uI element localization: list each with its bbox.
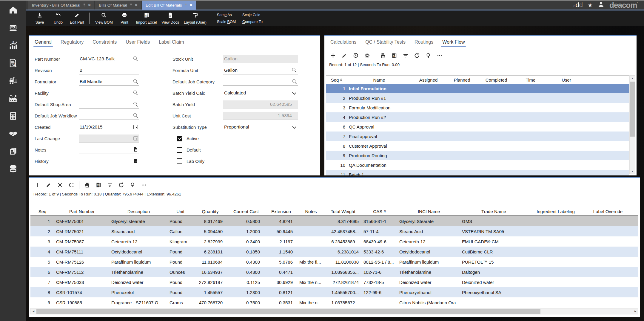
workflow-row[interactable]: 8 Customer Approval <box>326 141 629 151</box>
window-tab[interactable]: Bills Of Material ✖ <box>95 1 141 10</box>
checkbox-row[interactable]: Active <box>177 133 204 144</box>
field-input[interactable]: Calculated <box>223 89 298 97</box>
field-input[interactable] <box>79 89 139 97</box>
workflow-row[interactable]: 11 Batch 1 <box>326 170 629 175</box>
column-header-user[interactable]: User <box>547 76 586 84</box>
column-header-description[interactable]: Description <box>110 207 168 215</box>
lightbulb-icon[interactable] <box>424 52 433 59</box>
field-input[interactable] <box>79 146 139 154</box>
layout-user-button[interactable]: Layout (User) <box>181 10 209 26</box>
bom-row[interactable]: 1 CM-RM75001 Glyceryl stearate Pound 8.3… <box>30 216 638 226</box>
forklift-icon[interactable] <box>8 76 18 86</box>
close-icon[interactable]: ✖ <box>88 3 91 7</box>
field-input[interactable]: CM-VC-123-Bulk <box>79 55 139 63</box>
edit-part-button[interactable]: Edit Part <box>67 10 87 26</box>
workflow-tab[interactable]: Calculations <box>330 39 356 49</box>
field-icon[interactable] <box>133 124 138 129</box>
workflow-tab[interactable]: Routings <box>415 39 433 49</box>
user-icon[interactable] <box>597 1 605 9</box>
checkbox[interactable] <box>177 136 182 141</box>
bom-row[interactable]: 3 CM-RM75087 Ceteareth-12 Kilogram 2.827… <box>30 236 638 247</box>
close-icon[interactable]: ✖ <box>135 3 138 7</box>
column-header-quantity[interactable]: Quantity <box>193 207 227 215</box>
field-input[interactable]: 2 <box>79 66 139 74</box>
column-header-unit[interactable]: Unit <box>168 207 193 215</box>
pin-icon[interactable] <box>83 3 86 7</box>
field-input[interactable] <box>79 112 139 120</box>
field-input[interactable]: Bill Mandle <box>79 78 139 86</box>
column-header-seq[interactable]: Seq <box>30 207 54 215</box>
save-button[interactable]: Save <box>30 10 49 26</box>
add-icon[interactable] <box>329 52 338 59</box>
pencil-icon[interactable] <box>340 52 349 59</box>
field-icon[interactable] <box>292 56 297 61</box>
undo-button[interactable]: Undo <box>49 10 67 26</box>
view-docs-button[interactable]: View Docs <box>159 10 181 26</box>
scroll-left-arrow[interactable]: ◀ <box>31 308 36 314</box>
sub-items-icon[interactable] <box>67 181 76 189</box>
compare-to-button[interactable]: Compare To <box>242 20 263 24</box>
field-icon[interactable] <box>292 79 297 84</box>
lightbulb-icon[interactable] <box>128 181 137 189</box>
workflow-row[interactable]: 7 Final approval <box>326 132 629 141</box>
close-icon[interactable]: ✖ <box>190 3 192 7</box>
scroll-thumb[interactable] <box>36 309 540 314</box>
laptop-money-icon[interactable] <box>8 23 18 33</box>
pin-icon[interactable] <box>184 3 187 7</box>
column-header-name[interactable]: Name <box>347 76 411 84</box>
workflow-row[interactable]: 4 Production Run #2 <box>326 112 629 122</box>
field-input[interactable]: 11/19/2015 <box>79 123 139 131</box>
delete-icon[interactable] <box>56 181 64 189</box>
printer-icon[interactable] <box>378 52 387 59</box>
field-input[interactable]: 1.5394 <box>223 112 298 120</box>
bom-row[interactable]: 5 CM-RM75126 Paraffinum liquidum Pound 1… <box>30 257 638 267</box>
home-icon[interactable] <box>8 5 18 15</box>
field-icon[interactable] <box>133 102 138 107</box>
checkbox[interactable] <box>177 158 182 164</box>
field-icon[interactable] <box>133 90 138 95</box>
column-header-assigned[interactable]: Assigned <box>411 76 446 84</box>
field-icon[interactable] <box>292 124 297 129</box>
pin-icon[interactable] <box>130 3 133 7</box>
column-header-notes[interactable]: Notes <box>298 207 324 215</box>
checkbox-row[interactable]: Lab Only <box>177 155 204 167</box>
form-tab[interactable]: Label Claim <box>159 39 184 49</box>
scale-calc-button[interactable]: Scale Calc <box>242 13 263 17</box>
checkbox-row[interactable]: Default <box>177 144 204 155</box>
user-shortcut-text[interactable]: d d d <box>574 1 583 9</box>
chart-dollar-icon[interactable]: $ <box>8 40 18 51</box>
more-icon[interactable] <box>139 181 148 189</box>
column-header-seq[interactable]: Seq <box>326 76 347 84</box>
scroll-down-arrow[interactable]: ▼ <box>630 169 635 174</box>
database-icon[interactable] <box>8 164 18 174</box>
scroll-right-arrow[interactable]: ▶ <box>633 308 638 314</box>
field-input[interactable] <box>79 134 139 143</box>
column-header-extension[interactable]: Extension <box>265 207 298 215</box>
column-header-current-cost[interactable]: Current Cost <box>227 207 265 215</box>
field-input[interactable]: Gallon <box>223 55 298 63</box>
calculator-icon[interactable] <box>8 111 18 121</box>
handshake-icon[interactable] <box>8 129 18 139</box>
window-tab[interactable]: Inventory - Bills Of Material ✖ <box>28 1 94 10</box>
print-button[interactable]: Print <box>115 10 134 26</box>
field-input[interactable] <box>79 100 139 108</box>
history-icon[interactable] <box>351 52 360 59</box>
printer-icon[interactable] <box>83 181 92 189</box>
import-excel-button[interactable]: X Import Excel <box>134 10 159 26</box>
bom-horizontal-scrollbar[interactable]: ◀ ▶ <box>30 308 638 314</box>
field-icon[interactable] <box>292 90 297 95</box>
more-icon[interactable] <box>435 52 444 59</box>
view-bom-button[interactable]: View BOM <box>93 10 115 26</box>
workflow-row[interactable]: 10 QA Documentation <box>326 160 629 170</box>
star-icon[interactable]: ★ <box>588 2 593 9</box>
column-header-trade-name[interactable]: Trade Name <box>460 207 527 215</box>
filter-icon[interactable] <box>105 181 114 189</box>
gear-icon[interactable] <box>363 52 372 59</box>
refresh-icon[interactable] <box>412 52 421 59</box>
pencil-icon[interactable] <box>44 181 53 189</box>
bom-row[interactable]: 9 CSR-190885 Fragrance - SZ11607 O... Gr… <box>30 297 638 308</box>
field-icon[interactable] <box>133 68 138 73</box>
column-header-ingredient-labeling[interactable]: Ingredient Labeling <box>527 207 584 215</box>
field-icon[interactable] <box>292 102 297 107</box>
form-tab[interactable]: Regulatory <box>61 39 84 49</box>
